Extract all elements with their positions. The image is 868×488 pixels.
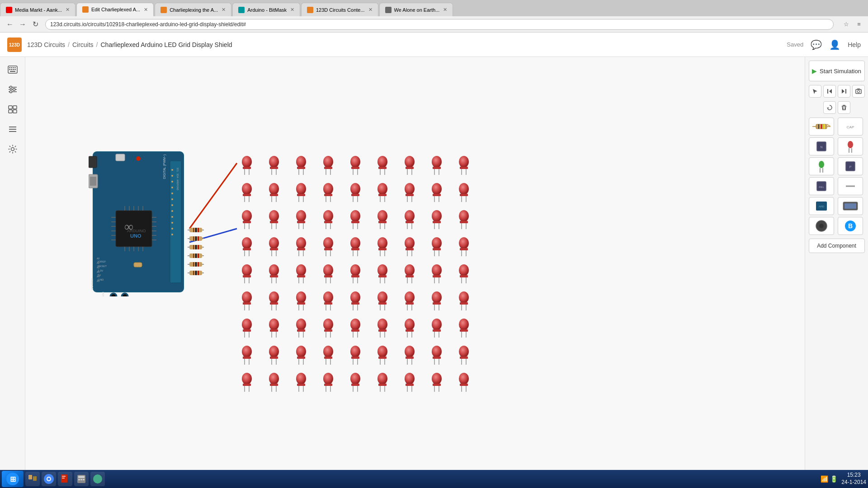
led-3-8[interactable] [450,233,477,260]
component-resistor[interactable] [809,117,834,136]
led-5-3[interactable] [315,287,342,314]
led-7-8[interactable] [450,342,477,369]
led-8-2[interactable] [288,369,315,396]
component-capacitor[interactable]: CAP [838,117,863,136]
led-3-3[interactable] [315,233,342,260]
led-7-4[interactable] [342,342,369,369]
led-5-8[interactable] [450,287,477,314]
led-8-3[interactable] [315,369,342,396]
component-speaker[interactable] [809,217,834,235]
chat-icon[interactable]: 💬 [811,39,822,50]
component-led[interactable] [838,137,863,155]
led-4-4[interactable] [342,260,369,287]
led-2-6[interactable] [396,206,423,233]
tab-we-alone[interactable]: We Alone on Earth... ✕ [379,3,453,16]
led-2-8[interactable] [450,206,477,233]
led-8-1[interactable] [260,369,288,396]
led-1-5[interactable] [369,179,396,206]
led-1-0[interactable] [233,179,260,206]
led-7-2[interactable] [288,342,315,369]
taskbar-extra-icon[interactable] [90,472,105,486]
led-2-2[interactable] [288,206,315,233]
taskbar-chrome-icon[interactable] [42,472,56,486]
led-6-4[interactable] [342,314,369,342]
led-0-0[interactable] [233,152,260,179]
component-transistor-npn[interactable]: N [809,137,834,155]
led-5-6[interactable] [396,287,423,314]
led-1-4[interactable] [342,179,369,206]
tab-close-icon[interactable]: ✕ [443,7,447,13]
adjust-tool-button[interactable] [4,80,22,99]
led-0-3[interactable] [315,152,342,179]
screenshot-button[interactable] [852,85,865,98]
tab-media-markt[interactable]: Media Markt - Aank... ✕ [0,3,75,16]
led-7-1[interactable] [260,342,288,369]
led-2-0[interactable] [233,206,260,233]
tab-close-icon[interactable]: ✕ [66,7,70,13]
led-4-2[interactable] [288,260,315,287]
component-arduino[interactable]: ARD [809,197,834,215]
led-7-3[interactable] [315,342,342,369]
taskbar-files-icon[interactable] [25,472,40,486]
led-2-7[interactable] [423,206,450,233]
led-3-4[interactable] [342,233,369,260]
led-1-8[interactable] [450,179,477,206]
led-2-3[interactable] [315,206,342,233]
led-0-1[interactable] [260,152,288,179]
bookmark-icon[interactable]: ☆ [841,19,852,30]
led-6-6[interactable] [396,314,423,342]
led-0-4[interactable] [342,152,369,179]
led-4-7[interactable] [423,260,450,287]
list-tool-button[interactable] [4,120,22,138]
arduino-board[interactable]: ARDUINO UNO ∞ SCL SDA AREF GND [89,147,193,296]
led-3-5[interactable] [369,233,396,260]
led-7-7[interactable] [423,342,450,369]
cursor-tool-button[interactable] [809,85,821,98]
led-4-1[interactable] [260,260,288,287]
led-6-7[interactable] [423,314,450,342]
tab-close-icon[interactable]: ✕ [290,7,294,13]
tab-close-icon[interactable]: ✕ [222,7,226,13]
led-3-6[interactable] [396,233,423,260]
led-3-1[interactable] [260,233,288,260]
led-8-8[interactable] [450,369,477,396]
led-6-3[interactable] [315,314,342,342]
led-5-1[interactable] [260,287,288,314]
led-4-8[interactable] [450,260,477,287]
add-component-button[interactable]: Add Component [809,239,865,253]
tab-edit-charlieplexed[interactable]: Edit Charlieplexed A... ✕ [76,3,154,16]
led-1-1[interactable] [260,179,288,206]
led-1-6[interactable] [396,179,423,206]
led-1-2[interactable] [288,179,315,206]
tab-charlieplexing[interactable]: Charlieplexing the A... ✕ [155,3,231,16]
refresh-button[interactable]: ↻ [29,18,42,31]
led-8-5[interactable] [369,369,396,396]
led-7-0[interactable] [233,342,260,369]
led-3-2[interactable] [288,233,315,260]
led-7-5[interactable] [369,342,396,369]
rewind-button[interactable] [823,85,836,98]
led-2-1[interactable] [260,206,288,233]
tab-close-icon[interactable]: ✕ [368,7,373,13]
led-0-6[interactable] [396,152,423,179]
profile-icon[interactable]: 👤 [829,39,840,50]
led-4-6[interactable] [396,260,423,287]
led-4-0[interactable] [233,260,260,287]
led-8-4[interactable] [342,369,369,396]
led-0-8[interactable] [450,152,477,179]
component-p-type[interactable]: P [838,157,863,175]
led-1-7[interactable] [423,179,450,206]
led-8-0[interactable] [233,369,260,396]
led-5-4[interactable] [342,287,369,314]
led-7-6[interactable] [396,342,423,369]
tab-arduino-bitmask[interactable]: Arduino - BitMask ✕ [232,3,300,16]
led-6-2[interactable] [288,314,315,342]
component-lcd[interactable] [838,197,863,215]
led-6-1[interactable] [260,314,288,342]
delete-button[interactable] [838,101,850,114]
led-0-7[interactable] [423,152,450,179]
component-wire[interactable] [838,177,863,195]
led-3-7[interactable] [423,233,450,260]
led-2-4[interactable] [342,206,369,233]
component-green-led[interactable] [809,157,834,175]
